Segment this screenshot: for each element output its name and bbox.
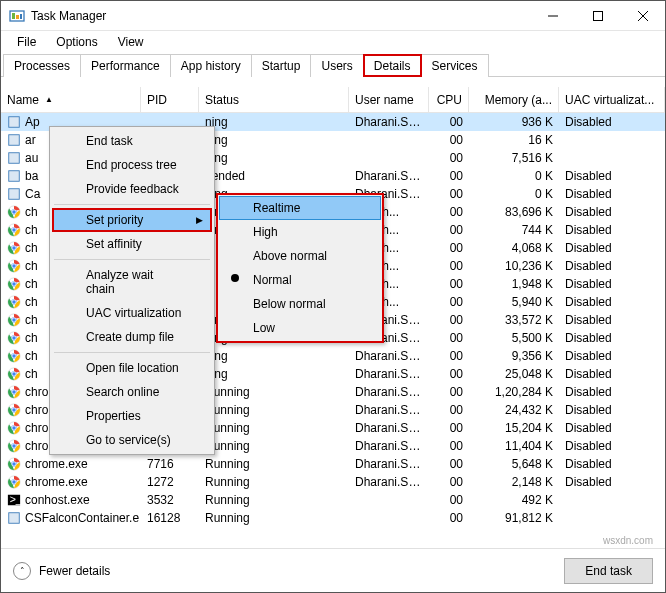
svg-rect-5 <box>593 11 602 20</box>
tab-details[interactable]: Details <box>363 54 422 77</box>
process-icon <box>7 169 21 183</box>
svg-point-51 <box>12 426 16 430</box>
window-title: Task Manager <box>31 9 530 23</box>
cell-cpu: 00 <box>429 511 469 525</box>
cell-status: pended <box>199 169 349 183</box>
cell-uac: Disabled <box>559 385 665 399</box>
svg-rect-2 <box>16 15 19 19</box>
cell-memory: 0 K <box>469 187 559 201</box>
cell-uac: Disabled <box>559 475 665 489</box>
process-name: ch <box>25 331 38 345</box>
cell-user: Dharani.Sh... <box>349 457 429 471</box>
priority-submenu[interactable]: Realtime High Above normal Normal Below … <box>216 193 384 343</box>
priority-high[interactable]: High <box>219 220 381 244</box>
cell-cpu: 00 <box>429 169 469 183</box>
menu-view[interactable]: View <box>108 32 154 52</box>
cell-cpu: 00 <box>429 349 469 363</box>
tab-performance[interactable]: Performance <box>80 54 171 77</box>
process-icon <box>7 367 21 381</box>
priority-low[interactable]: Low <box>219 316 381 340</box>
process-icon <box>7 277 21 291</box>
ctx-create-dump-file[interactable]: Create dump file <box>52 325 212 349</box>
tab-startup[interactable]: Startup <box>251 54 312 77</box>
close-button[interactable] <box>620 1 665 31</box>
cell-status: Running <box>199 457 349 471</box>
context-menu[interactable]: End task End process tree Provide feedba… <box>49 126 215 455</box>
cell-status: ning <box>199 367 349 381</box>
cell-uac: Disabled <box>559 241 665 255</box>
col-status[interactable]: Status <box>199 87 349 112</box>
ctx-analyze-wait-chain[interactable]: Analyze wait chain <box>52 263 212 301</box>
svg-point-33 <box>12 318 16 322</box>
tab-services[interactable]: Services <box>421 54 489 77</box>
cell-memory: 936 K <box>469 115 559 129</box>
fewer-details-button[interactable]: ˄ Fewer details <box>13 562 110 580</box>
priority-normal[interactable]: Normal <box>219 268 381 292</box>
cell-uac: Disabled <box>559 439 665 453</box>
process-icon <box>7 457 21 471</box>
table-row[interactable]: CSFalconContainer.e16128Running0091,812 … <box>1 509 665 527</box>
cell-cpu: 00 <box>429 259 469 273</box>
table-row[interactable]: chrome.exe1272RunningDharani.Sh...002,14… <box>1 473 665 491</box>
process-name: ch <box>25 295 38 309</box>
cell-uac: Disabled <box>559 259 665 273</box>
process-name: chrome.exe <box>25 475 88 489</box>
process-icon <box>7 241 21 255</box>
process-icon <box>7 439 21 453</box>
process-icon <box>7 475 21 489</box>
col-memory[interactable]: Memory (a... <box>469 87 559 112</box>
ctx-go-to-services[interactable]: Go to service(s) <box>52 428 212 452</box>
col-user[interactable]: User name <box>349 87 429 112</box>
ctx-uac-virtualization[interactable]: UAC virtualization <box>52 301 212 325</box>
process-name: ch <box>25 223 38 237</box>
menu-file[interactable]: File <box>7 32 46 52</box>
cell-pid: 16128 <box>141 511 199 525</box>
process-name: ar <box>25 133 36 147</box>
ctx-set-affinity[interactable]: Set affinity <box>52 232 212 256</box>
col-pid[interactable]: PID <box>141 87 199 112</box>
ctx-open-file-location[interactable]: Open file location <box>52 356 212 380</box>
ctx-end-process-tree[interactable]: End process tree <box>52 153 212 177</box>
col-name[interactable]: Name▲ <box>1 87 141 112</box>
col-uac[interactable]: UAC virtualizat... <box>559 87 665 112</box>
cell-memory: 83,696 K <box>469 205 559 219</box>
cell-user: Dharani.Sh... <box>349 403 429 417</box>
process-name: conhost.exe <box>25 493 90 507</box>
cell-uac: Disabled <box>559 205 665 219</box>
col-cpu[interactable]: CPU <box>429 87 469 112</box>
cell-pid: 7716 <box>141 457 199 471</box>
cell-cpu: 00 <box>429 133 469 147</box>
priority-below-normal[interactable]: Below normal <box>219 292 381 316</box>
tab-processes[interactable]: Processes <box>3 54 81 77</box>
svg-point-42 <box>12 372 16 376</box>
cell-cpu: 00 <box>429 205 469 219</box>
footer: ˄ Fewer details End task <box>1 548 665 592</box>
ctx-set-priority[interactable]: Set priority ▶ <box>52 208 212 232</box>
maximize-button[interactable] <box>575 1 620 31</box>
sort-arrow-icon: ▲ <box>45 95 53 104</box>
cell-cpu: 00 <box>429 223 469 237</box>
svg-rect-11 <box>9 171 20 182</box>
chevron-up-icon: ˄ <box>13 562 31 580</box>
cell-cpu: 00 <box>429 241 469 255</box>
ctx-properties[interactable]: Properties <box>52 404 212 428</box>
process-icon <box>7 331 21 345</box>
ctx-provide-feedback[interactable]: Provide feedback <box>52 177 212 201</box>
cell-cpu: 00 <box>429 475 469 489</box>
end-task-button[interactable]: End task <box>564 558 653 584</box>
ctx-end-task[interactable]: End task <box>52 129 212 153</box>
priority-normal-label: Normal <box>253 273 292 287</box>
tab-apphistory[interactable]: App history <box>170 54 252 77</box>
priority-above-normal[interactable]: Above normal <box>219 244 381 268</box>
table-row[interactable]: chrome.exe7716RunningDharani.Sh...005,64… <box>1 455 665 473</box>
cell-status: Running <box>199 511 349 525</box>
tab-users[interactable]: Users <box>310 54 363 77</box>
svg-rect-9 <box>9 135 20 146</box>
priority-realtime[interactable]: Realtime <box>219 196 381 220</box>
ctx-search-online[interactable]: Search online <box>52 380 212 404</box>
minimize-button[interactable] <box>530 1 575 31</box>
cell-uac: Disabled <box>559 115 665 129</box>
table-row[interactable]: >_conhost.exe3532Running00492 K <box>1 491 665 509</box>
menu-options[interactable]: Options <box>46 32 107 52</box>
cell-user: Dharani.Sh... <box>349 385 429 399</box>
